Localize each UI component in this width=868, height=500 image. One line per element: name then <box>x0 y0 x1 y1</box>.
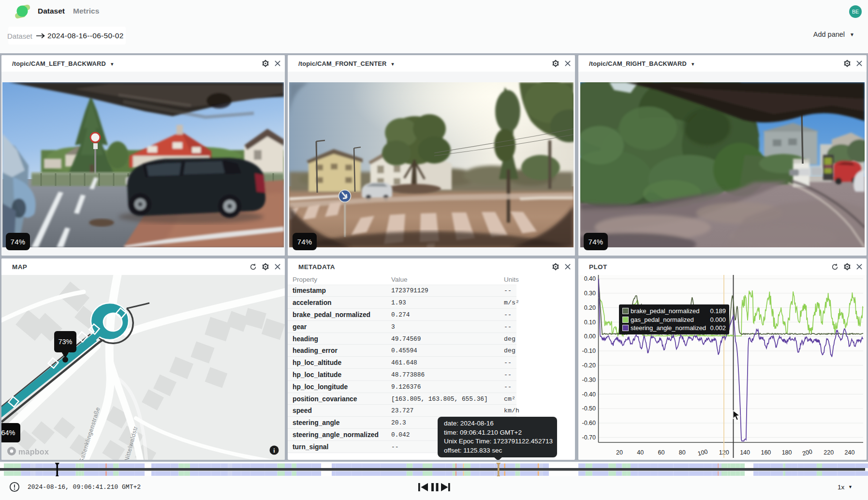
svg-text:240: 240 <box>845 449 855 456</box>
svg-text:20: 20 <box>616 449 623 456</box>
svg-text:140: 140 <box>740 449 750 456</box>
svg-text:-0.50: -0.50 <box>582 405 596 412</box>
svg-text:40: 40 <box>637 449 644 456</box>
svg-text:mapbox: mapbox <box>18 448 49 456</box>
svg-text:180: 180 <box>782 449 792 456</box>
svg-text:0.40: 0.40 <box>584 275 596 282</box>
svg-text:60: 60 <box>658 449 665 456</box>
svg-text:0.20: 0.20 <box>584 304 596 311</box>
svg-text:220: 220 <box>824 449 834 456</box>
svg-text:-0.70: -0.70 <box>582 434 596 441</box>
svg-text:0.00: 0.00 <box>584 333 596 340</box>
svg-text:-0.10: -0.10 <box>582 348 596 354</box>
svg-text:-0.60: -0.60 <box>582 420 596 426</box>
svg-text:-0.40: -0.40 <box>582 391 596 398</box>
svg-text:73%: 73% <box>58 338 72 346</box>
svg-text:80: 80 <box>679 449 686 456</box>
svg-text:0.30: 0.30 <box>584 290 596 297</box>
svg-text:64%: 64% <box>1 429 15 437</box>
svg-text:160: 160 <box>761 449 771 456</box>
svg-text:0.10: 0.10 <box>584 319 596 326</box>
svg-text:-0.20: -0.20 <box>582 362 596 369</box>
svg-text:-0.30: -0.30 <box>582 377 596 383</box>
